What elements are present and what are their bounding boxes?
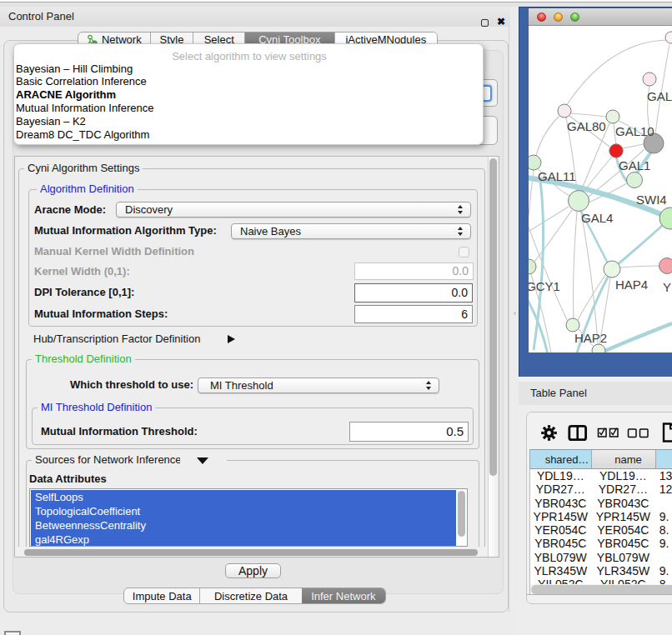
svg-text:GAL1: GAL1	[619, 158, 650, 172]
svg-text:GAL4: GAL4	[581, 211, 613, 225]
svg-text:GAL80: GAL80	[567, 119, 606, 133]
svg-text:HAP2: HAP2	[574, 331, 607, 345]
svg-text:GAL8: GAL8	[647, 89, 672, 103]
svg-text:SWI4: SWI4	[636, 192, 667, 207]
svg-text:Y: Y	[663, 280, 671, 294]
svg-text:GAL11: GAL11	[538, 169, 576, 183]
svg-text:GAL10: GAL10	[615, 124, 654, 138]
svg-text:HAP4: HAP4	[615, 278, 648, 292]
svg-text:GCY1: GCY1	[529, 279, 560, 293]
